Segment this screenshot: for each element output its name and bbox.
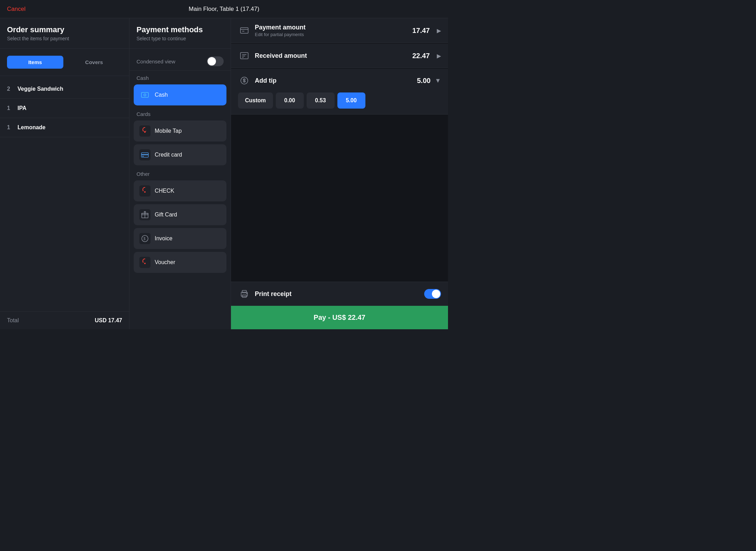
tab-items[interactable]: Items (7, 56, 63, 69)
mobile-tap-button[interactable]: Mobile Tap (134, 120, 226, 142)
list-item[interactable]: 1 Lemonade (0, 118, 129, 137)
gift-card-label: Gift Card (155, 212, 177, 218)
svg-rect-4 (141, 154, 148, 155)
svg-rect-16 (240, 53, 248, 59)
list-item[interactable]: 1 IPA (0, 99, 129, 118)
svg-rect-0 (141, 92, 148, 97)
item-qty: 1 (7, 124, 18, 131)
pay-button[interactable]: Pay - US$ 22.47 (231, 306, 448, 329)
tab-covers[interactable]: Covers (66, 56, 122, 69)
item-qty: 2 (7, 86, 18, 92)
svg-point-1 (144, 94, 146, 96)
tip-zero-button[interactable]: 0.00 (276, 92, 304, 109)
print-receipt-icon (238, 288, 251, 300)
credit-card-icon (139, 149, 150, 160)
received-amount-section[interactable]: Received amount 22.47 ▶ (231, 44, 448, 68)
received-amount-value: 22.47 (412, 52, 430, 60)
list-item[interactable]: 2 Veggie Sandwich (0, 80, 129, 99)
mobile-tap-label: Mobile Tap (155, 128, 182, 134)
invoice-label: Invoice (155, 235, 173, 242)
right-panel: Payment amount Edit for partial payments… (231, 18, 448, 329)
item-name: Veggie Sandwich (18, 86, 63, 92)
check-button[interactable]: CHECK (134, 180, 226, 201)
svg-rect-23 (242, 290, 246, 293)
tip-custom-button[interactable]: Custom (238, 92, 273, 109)
voucher-icon (139, 257, 150, 268)
add-tip-title: Add tip (255, 77, 413, 84)
condensed-view-toggle[interactable] (207, 56, 224, 66)
order-summary-title: Order summary (7, 25, 122, 34)
received-amount-title: Received amount (255, 52, 408, 60)
invoice-button[interactable]: $ Invoice (134, 228, 226, 249)
print-receipt-label: Print receipt (255, 290, 420, 298)
order-header: Order summary Select the items for payme… (0, 18, 129, 45)
item-name: Lemonade (18, 124, 46, 131)
check-icon (139, 185, 150, 197)
payment-amount-title: Payment amount (255, 24, 408, 31)
condensed-view-row: Condensed view (130, 52, 231, 71)
total-label: Total (7, 317, 19, 324)
tip-dropdown-arrow[interactable]: ▼ (435, 77, 441, 84)
payment-amount-info: Payment amount Edit for partial payments (255, 24, 408, 37)
header: Cancel Main Floor, Table 1 (17.47) (0, 0, 448, 18)
payment-amount-subtitle: Edit for partial payments (255, 32, 408, 37)
svg-point-12 (144, 263, 146, 264)
cancel-button[interactable]: Cancel (7, 6, 26, 13)
divider-1 (0, 48, 129, 49)
gift-card-icon (139, 209, 150, 220)
cash-icon (139, 89, 150, 101)
svg-rect-13 (240, 28, 248, 33)
credit-card-label: Credit card (155, 152, 182, 158)
other-section-label: Other (130, 167, 231, 179)
mobile-tap-icon (139, 125, 150, 137)
toggle-blue-knob (432, 290, 440, 298)
add-tip-header: Add tip 5.00 ▼ (238, 74, 441, 87)
payment-methods-title: Payment methods (136, 25, 224, 34)
tip-selected-button[interactable]: 5.00 (337, 92, 365, 109)
print-receipt-row: Print receipt (231, 282, 448, 306)
item-name: IPA (18, 105, 26, 111)
cash-section-label: Cash (130, 71, 231, 83)
credit-card-button[interactable]: Credit card (134, 144, 226, 165)
print-receipt-toggle[interactable] (424, 289, 441, 299)
header-title: Main Floor, Table 1 (17.47) (189, 6, 259, 13)
check-label: CHECK (155, 188, 174, 194)
payment-amount-chevron: ▶ (437, 27, 441, 34)
order-summary-subtitle: Select the items for payment (7, 36, 122, 41)
tip-amount-value: 5.00 (417, 77, 430, 85)
invoice-icon: $ (139, 233, 150, 244)
svg-text:$: $ (144, 237, 146, 241)
divider-3 (130, 48, 231, 49)
received-amount-info: Received amount (255, 52, 408, 60)
cash-button[interactable]: Cash (134, 84, 226, 105)
payment-amount-icon (238, 24, 251, 37)
toggle-knob (208, 57, 216, 66)
gift-card-button[interactable]: Gift Card (134, 204, 226, 225)
item-qty: 1 (7, 105, 18, 111)
tab-bar: Items Covers (0, 52, 129, 72)
cards-section-label: Cards (130, 107, 231, 119)
payment-amount-section[interactable]: Payment amount Edit for partial payments… (231, 18, 448, 43)
cash-label: Cash (155, 92, 168, 98)
payment-methods-panel: Payment methods Select type to continue … (130, 18, 231, 329)
total-value: USD 17.47 (95, 317, 122, 324)
voucher-button[interactable]: Voucher (134, 252, 226, 273)
payment-header: Payment methods Select type to continue (130, 18, 231, 45)
received-amount-icon (238, 49, 251, 62)
payment-methods-subtitle: Select type to continue (136, 36, 224, 41)
items-list: 2 Veggie Sandwich 1 IPA 1 Lemonade (0, 80, 129, 311)
tip-buttons-row: Custom 0.00 0.53 5.00 (238, 92, 441, 109)
spacer (231, 115, 448, 282)
received-amount-chevron: ▶ (437, 53, 441, 59)
add-tip-section: Add tip 5.00 ▼ Custom 0.00 0.53 5.00 (231, 69, 448, 115)
order-summary-panel: Order summary Select the items for payme… (0, 18, 130, 329)
svg-point-25 (246, 293, 247, 294)
order-footer: Total USD 17.47 (0, 311, 129, 329)
add-tip-icon (238, 74, 251, 87)
svg-rect-5 (142, 156, 144, 157)
condensed-label: Condensed view (136, 58, 175, 64)
divider-2 (0, 76, 129, 76)
voucher-label: Voucher (155, 259, 175, 266)
main-layout: Order summary Select the items for payme… (0, 18, 448, 329)
tip-small-button[interactable]: 0.53 (307, 92, 335, 109)
